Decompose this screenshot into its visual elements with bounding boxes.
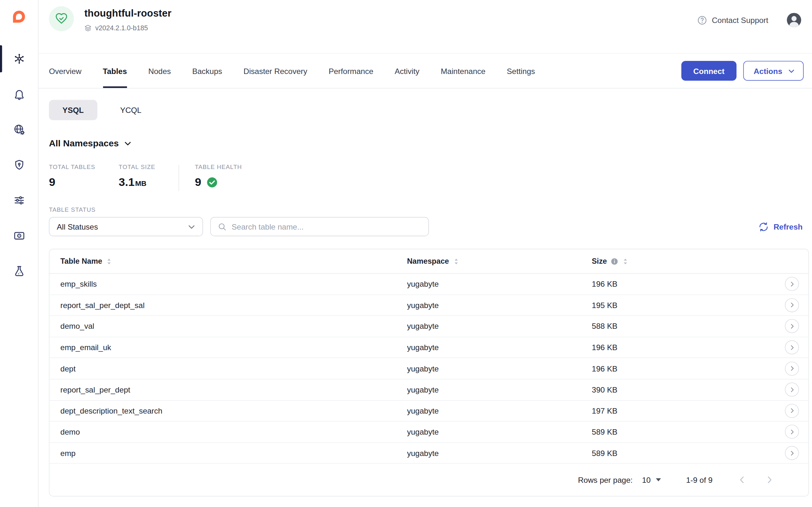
api-toggle-ycql[interactable]: YCQL bbox=[107, 100, 155, 120]
actions-button[interactable]: Actions bbox=[743, 61, 803, 81]
heart-check-icon bbox=[55, 12, 68, 25]
sidebar-item-clusters[interactable] bbox=[0, 48, 38, 70]
sidebar-item-alerts[interactable] bbox=[0, 82, 38, 106]
main-area: thoughtful-rooster v2024.2.1.0-b185 bbox=[39, 0, 812, 507]
tables-card: Table Name Namespace Size emp bbox=[49, 249, 809, 497]
column-header-table-name[interactable]: Table Name bbox=[60, 257, 113, 265]
sidebar-item-preferences[interactable] bbox=[0, 189, 38, 212]
cell-size: 390 KB bbox=[592, 385, 776, 394]
api-toggle: YSQL YCQL bbox=[49, 100, 809, 120]
api-toggle-ysql[interactable]: YSQL bbox=[49, 100, 97, 120]
stat-total-size-value: 3.1 MB bbox=[119, 175, 155, 189]
status-select[interactable]: All Statuses bbox=[49, 217, 203, 236]
shield-lock-icon bbox=[13, 159, 25, 171]
yugabyte-logo[interactable] bbox=[12, 8, 26, 25]
table-row[interactable]: emp yugabyte 589 KB bbox=[49, 443, 808, 464]
chevron-down-icon bbox=[187, 222, 196, 231]
search-input[interactable] bbox=[231, 222, 422, 231]
column-label: Namespace bbox=[407, 257, 449, 265]
cell-table-name: emp bbox=[60, 449, 407, 458]
avatar-icon bbox=[786, 11, 803, 29]
contact-support-link[interactable]: Contact Support bbox=[697, 15, 768, 25]
cell-namespace: yugabyte bbox=[407, 385, 592, 394]
table-row[interactable]: report_sal_per_dept yugabyte 390 KB bbox=[49, 380, 808, 400]
table-header-row: Table Name Namespace Size bbox=[49, 249, 808, 274]
cell-namespace: yugabyte bbox=[407, 301, 592, 309]
tab-tables[interactable]: Tables bbox=[103, 54, 127, 88]
sidebar-item-network[interactable] bbox=[0, 118, 38, 141]
sidebar-item-monitor[interactable] bbox=[0, 224, 38, 247]
chevron-left-icon bbox=[737, 474, 748, 486]
tables-content: YSQL YCQL All Namespaces TOTAL TABLES 9 … bbox=[39, 88, 812, 496]
chevron-down-icon bbox=[123, 138, 133, 148]
table-row[interactable]: emp_skills yugabyte 196 KB bbox=[49, 274, 808, 295]
cell-table-name: demo_val bbox=[60, 322, 407, 331]
cell-size: 589 KB bbox=[592, 449, 776, 458]
stat-total-size-number: 3.1 bbox=[119, 175, 134, 189]
table-pagination: Rows per page: 10 1-9 of 9 bbox=[49, 464, 808, 496]
layers-icon bbox=[84, 24, 92, 32]
tab-maintenance[interactable]: Maintenance bbox=[441, 54, 485, 88]
tab-backups[interactable]: Backups bbox=[192, 54, 222, 88]
row-detail-button[interactable] bbox=[785, 404, 799, 418]
chevron-right-icon bbox=[763, 474, 775, 486]
namespace-label: All Namespaces bbox=[49, 138, 119, 149]
tab-settings[interactable]: Settings bbox=[507, 54, 535, 88]
search-icon bbox=[218, 222, 227, 231]
table-row[interactable]: demo yugabyte 589 KB bbox=[49, 421, 808, 443]
namespace-dropdown[interactable]: All Namespaces bbox=[49, 138, 133, 149]
sidebar-item-security[interactable] bbox=[0, 153, 38, 176]
tab-performance[interactable]: Performance bbox=[328, 54, 373, 88]
row-detail-button[interactable] bbox=[785, 277, 799, 291]
stat-table-health: TABLE HEALTH 9 bbox=[195, 164, 242, 189]
refresh-label: Refresh bbox=[773, 222, 802, 231]
stat-table-health-value: 9 bbox=[195, 175, 242, 189]
row-detail-button[interactable] bbox=[785, 340, 799, 354]
next-page-button[interactable] bbox=[763, 474, 775, 486]
table-row[interactable]: dept_description_text_search yugabyte 19… bbox=[49, 400, 808, 421]
tune-icon bbox=[13, 194, 25, 207]
cell-namespace: yugabyte bbox=[407, 406, 592, 415]
row-detail-button[interactable] bbox=[785, 361, 799, 376]
chevron-right-icon bbox=[789, 302, 796, 309]
column-header-size[interactable]: Size bbox=[592, 257, 629, 265]
cell-table-name: emp_email_uk bbox=[60, 343, 407, 352]
chevron-right-icon bbox=[789, 407, 796, 414]
tabs: Overview Tables Nodes Backups Disaster R… bbox=[49, 54, 535, 88]
chevron-right-icon bbox=[789, 344, 796, 351]
cell-namespace: yugabyte bbox=[407, 364, 592, 373]
sort-icon bbox=[622, 258, 629, 265]
table-row[interactable]: report_sal_per_dept_sal yugabyte 195 KB bbox=[49, 295, 808, 316]
sidebar-item-labs[interactable] bbox=[0, 260, 38, 283]
table-row[interactable]: dept yugabyte 196 KB bbox=[49, 358, 808, 379]
tab-overview[interactable]: Overview bbox=[49, 54, 81, 88]
tab-activity[interactable]: Activity bbox=[394, 54, 419, 88]
cell-namespace: yugabyte bbox=[407, 322, 592, 331]
dropdown-triangle-icon bbox=[656, 478, 661, 482]
monitor-icon bbox=[13, 230, 25, 242]
contact-support-label: Contact Support bbox=[712, 16, 768, 24]
refresh-button[interactable]: Refresh bbox=[758, 221, 802, 232]
row-detail-button[interactable] bbox=[785, 446, 799, 460]
user-avatar[interactable] bbox=[786, 11, 803, 29]
tab-nodes[interactable]: Nodes bbox=[148, 54, 171, 88]
app-root: thoughtful-rooster v2024.2.1.0-b185 bbox=[0, 0, 812, 507]
table-row[interactable]: emp_email_uk yugabyte 196 KB bbox=[49, 337, 808, 358]
row-detail-button[interactable] bbox=[785, 298, 799, 312]
cell-namespace: yugabyte bbox=[407, 343, 592, 352]
previous-page-button[interactable] bbox=[737, 474, 748, 486]
tab-disaster-recovery[interactable]: Disaster Recovery bbox=[243, 54, 307, 88]
connect-button[interactable]: Connect bbox=[681, 61, 737, 81]
column-header-namespace[interactable]: Namespace bbox=[407, 257, 459, 265]
rows-per-page-select[interactable]: 10 bbox=[642, 475, 661, 484]
row-detail-button[interactable] bbox=[785, 319, 799, 333]
cluster-title-block: thoughtful-rooster v2024.2.1.0-b185 bbox=[84, 6, 171, 32]
row-detail-button[interactable] bbox=[785, 425, 799, 439]
globe-gear-icon bbox=[13, 123, 25, 136]
cluster-icon bbox=[13, 53, 25, 65]
cell-table-name: dept bbox=[60, 364, 407, 373]
yugabyte-logo-icon bbox=[12, 9, 26, 24]
table-row[interactable]: demo_val yugabyte 588 KB bbox=[49, 316, 808, 337]
status-select-value: All Statuses bbox=[57, 222, 98, 231]
row-detail-button[interactable] bbox=[785, 383, 799, 397]
